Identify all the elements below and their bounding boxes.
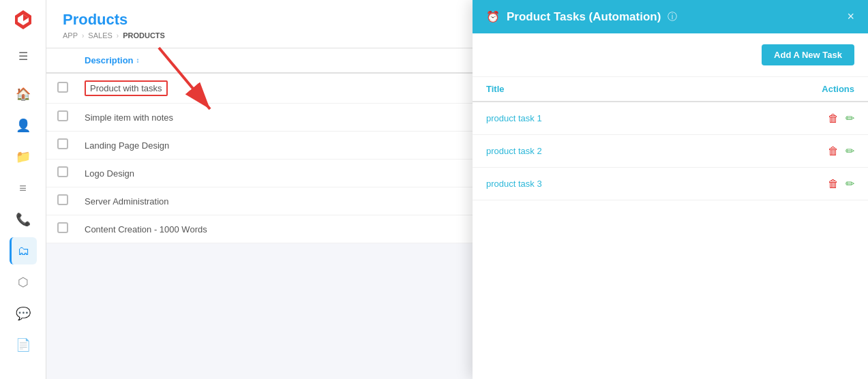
product-name: Logo Design — [85, 168, 134, 179]
main-content: Products APP › SALES › PRODUCTS Descript… — [46, 0, 868, 379]
col-checkbox — [57, 55, 85, 65]
task-row: product task 3 🗑 ✏ — [473, 168, 868, 200]
breadcrumb-sep-1: › — [82, 32, 84, 40]
task-row: product task 1 🗑 ✏ — [473, 102, 868, 135]
task-name[interactable]: product task 2 — [486, 146, 773, 156]
clock-icon: ⏰ — [486, 10, 500, 23]
task-name[interactable]: product task 3 — [486, 179, 773, 189]
chat-nav-item[interactable]: 💬 — [10, 300, 37, 327]
user-nav-item[interactable]: 👤 — [10, 112, 37, 139]
phone-nav-item[interactable]: 📞 — [10, 206, 37, 233]
hamburger-menu[interactable]: ☰ — [10, 42, 37, 70]
row-checkbox[interactable] — [57, 82, 85, 95]
panel-actions-bar: Add A New Task — [473, 33, 868, 77]
sidebar: ☰ 🏠 👤 📁 ≡ 📞 🗂 ⬡ 💬 📄 — [0, 0, 46, 379]
breadcrumb-current: PRODUCTS — [123, 31, 165, 40]
edit-task-icon[interactable]: ✏ — [845, 112, 854, 125]
task-actions: 🗑 ✏ — [773, 112, 854, 125]
delete-task-icon[interactable]: 🗑 — [828, 178, 839, 190]
hamburger-icon: ☰ — [18, 50, 28, 63]
panel-title-area: ⏰ Product Tasks (Automation) ⓘ — [486, 10, 677, 24]
task-col-actions: Actions — [773, 84, 854, 94]
delete-task-icon[interactable]: 🗑 — [828, 145, 839, 157]
task-row: product task 2 🗑 ✏ — [473, 135, 868, 168]
edit-task-icon[interactable]: ✏ — [845, 145, 854, 157]
breadcrumb-app: APP — [63, 31, 78, 40]
breadcrumb-sep-2: › — [117, 32, 119, 40]
task-actions: 🗑 ✏ — [773, 145, 854, 157]
product-name: Product with tasks — [85, 80, 168, 96]
layers-nav-item[interactable]: ⬡ — [10, 269, 37, 296]
product-name: Server Administration — [85, 196, 169, 207]
panel-overlay: ⏰ Product Tasks (Automation) ⓘ × Add A N… — [473, 0, 868, 379]
docs-nav-item[interactable]: 📄 — [10, 331, 37, 359]
row-checkbox[interactable] — [57, 166, 85, 180]
col-description-label: Description — [85, 55, 134, 65]
info-icon[interactable]: ⓘ — [668, 11, 677, 23]
row-checkbox[interactable] — [57, 110, 85, 124]
close-button[interactable]: × — [847, 10, 854, 24]
panel-title: Product Tasks (Automation) — [507, 10, 661, 24]
product-name: Content Creation - 1000 Words — [85, 224, 207, 234]
row-checkbox[interactable] — [57, 194, 85, 208]
breadcrumb-sales: SALES — [88, 31, 112, 40]
product-name: Landing Page Design — [85, 140, 169, 151]
task-name[interactable]: product task 1 — [486, 113, 773, 123]
panel-body: Add A New Task Title Actions product tas… — [473, 33, 868, 379]
row-checkbox[interactable] — [57, 138, 85, 152]
task-col-title: Title — [486, 84, 773, 94]
row-checkbox[interactable] — [57, 222, 85, 236]
product-name: Simple item with notes — [85, 112, 173, 123]
home-nav-item[interactable]: 🏠 — [10, 80, 37, 108]
panel-header: ⏰ Product Tasks (Automation) ⓘ × — [473, 0, 868, 33]
sort-description-icon[interactable]: ↕ — [136, 57, 140, 64]
list-nav-item[interactable]: ≡ — [10, 175, 37, 202]
products-nav-item[interactable]: 🗂 — [10, 237, 37, 264]
edit-task-icon[interactable]: ✏ — [845, 177, 854, 190]
add-task-button[interactable]: Add A New Task — [762, 44, 854, 65]
folder-nav-item[interactable]: 📁 — [10, 143, 37, 170]
task-table-header: Title Actions — [473, 77, 868, 102]
app-logo[interactable] — [10, 7, 36, 33]
delete-task-icon[interactable]: 🗑 — [828, 112, 839, 125]
task-actions: 🗑 ✏ — [773, 177, 854, 190]
